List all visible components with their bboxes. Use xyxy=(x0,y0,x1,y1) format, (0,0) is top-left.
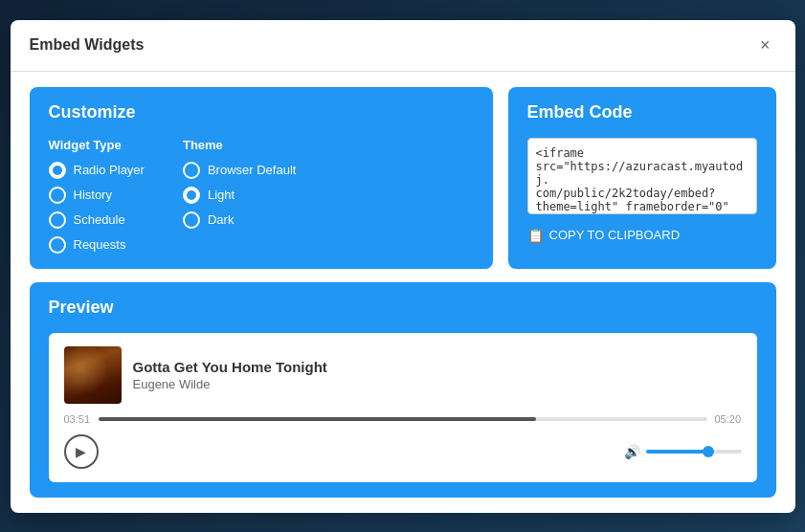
progress-bar-fill xyxy=(99,417,537,421)
embed-widgets-modal: Embed Widgets × Customize Widget Type xyxy=(11,20,795,513)
volume-knob[interactable] xyxy=(703,446,714,457)
customize-card: Customize Widget Type Radio Player xyxy=(30,87,493,269)
modal-close-button[interactable]: × xyxy=(754,33,776,57)
track-title: Gotta Get You Home Tonight xyxy=(133,359,742,375)
preview-inner: Gotta Get You Home Tonight Eugene Wilde … xyxy=(49,333,757,482)
schedule-option[interactable]: Schedule xyxy=(49,211,145,229)
volume-row: 🔊 xyxy=(624,444,742,459)
browser-default-label: Browser Default xyxy=(208,163,296,177)
radio-player-circle xyxy=(49,162,66,179)
copy-to-clipboard-button[interactable]: 📋 COPY TO CLIPBOARD xyxy=(527,228,681,243)
browser-default-circle xyxy=(183,162,200,179)
copy-button-label: COPY TO CLIPBOARD xyxy=(549,228,681,242)
album-art xyxy=(64,346,122,404)
clipboard-icon: 📋 xyxy=(527,228,544,243)
customize-options: Widget Type Radio Player History xyxy=(49,138,474,254)
controls-row: ▶ 🔊 xyxy=(64,434,742,469)
modal-body: Customize Widget Type Radio Player xyxy=(11,72,795,513)
widget-type-label: Widget Type xyxy=(49,138,145,152)
radio-player-option[interactable]: Radio Player xyxy=(49,162,145,179)
schedule-label: Schedule xyxy=(74,212,125,227)
requests-label: Requests xyxy=(74,237,126,252)
customize-title: Customize xyxy=(49,102,474,122)
history-label: History xyxy=(74,188,112,202)
radio-player-label: Radio Player xyxy=(74,163,145,177)
light-circle xyxy=(183,187,200,204)
track-artist: Eugene Wilde xyxy=(133,377,742,391)
modal-title: Embed Widgets xyxy=(30,36,145,54)
progress-row: 03:51 05:20 xyxy=(64,413,742,425)
theme-label: Theme xyxy=(183,138,296,152)
top-row: Customize Widget Type Radio Player xyxy=(30,87,776,269)
volume-icon: 🔊 xyxy=(624,444,640,459)
embed-code-title: Embed Code xyxy=(527,102,757,122)
requests-circle xyxy=(49,236,66,254)
play-icon: ▶ xyxy=(76,444,86,459)
dark-option[interactable]: Dark xyxy=(183,211,296,229)
embed-code-textarea[interactable]: <iframe src="https://azuracast.myautodj.… xyxy=(527,138,757,214)
theme-radio-group: Browser Default Light Dark xyxy=(183,162,296,229)
preview-card: Preview Gotta Get You Home Tonight Eugen… xyxy=(30,282,776,498)
widget-type-radio-group: Radio Player History Schedule xyxy=(49,162,145,254)
album-art-inner xyxy=(64,346,122,404)
history-circle xyxy=(49,187,66,204)
time-current: 03:51 xyxy=(64,413,91,425)
play-button[interactable]: ▶ xyxy=(64,434,99,469)
theme-group: Theme Browser Default Light xyxy=(183,138,296,254)
progress-bar[interactable] xyxy=(99,417,707,421)
preview-title: Preview xyxy=(49,298,757,318)
widget-type-group: Widget Type Radio Player History xyxy=(49,138,145,254)
light-label: Light xyxy=(208,188,235,202)
embed-code-card: Embed Code <iframe src="https://azuracas… xyxy=(508,87,776,269)
volume-bar-fill xyxy=(646,450,708,454)
history-option[interactable]: History xyxy=(49,187,145,204)
time-total: 05:20 xyxy=(715,413,742,425)
now-playing: Gotta Get You Home Tonight Eugene Wilde xyxy=(64,346,742,404)
browser-default-option[interactable]: Browser Default xyxy=(183,162,296,179)
light-option[interactable]: Light xyxy=(183,187,296,204)
schedule-circle xyxy=(49,211,66,229)
volume-bar[interactable] xyxy=(646,450,742,454)
dark-label: Dark xyxy=(208,212,234,227)
dark-circle xyxy=(183,211,200,229)
requests-option[interactable]: Requests xyxy=(49,236,145,254)
track-info: Gotta Get You Home Tonight Eugene Wilde xyxy=(133,359,742,391)
modal-header: Embed Widgets × xyxy=(11,20,795,72)
